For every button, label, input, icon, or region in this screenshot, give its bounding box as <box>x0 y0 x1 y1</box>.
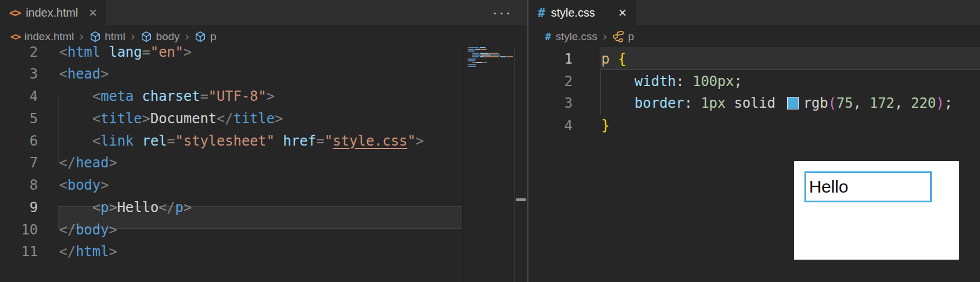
code-line-7: 7</head> <box>0 152 527 174</box>
code-line-4: 4} <box>528 115 980 137</box>
minimap-border <box>462 48 463 282</box>
css-file-icon: # <box>538 6 545 20</box>
line-number: 11 <box>0 244 38 260</box>
code-line-8: 8<body> <box>0 174 527 197</box>
minimap[interactable] <box>468 46 513 70</box>
breadcrumb-item-p[interactable]: p <box>613 30 635 43</box>
line-number: 5 <box>0 111 38 127</box>
indent-guide <box>58 96 59 163</box>
vscode-window: <> index.html ✕ ··· <>index.html›html›bo… <box>0 0 980 282</box>
indent-guide <box>600 70 601 115</box>
color-swatch[interactable] <box>787 97 799 109</box>
html-file-icon: <> <box>9 6 20 19</box>
tab-label: index.html <box>26 6 78 19</box>
editor-group-left: <> index.html ✕ ··· <>index.html›html›bo… <box>0 0 527 282</box>
minimap-line <box>468 65 513 67</box>
code-area-index-html[interactable]: 2<html lang="en">3<head>4 <meta charset=… <box>0 41 527 263</box>
current-line-highlight <box>58 206 462 229</box>
code-line-3: 3<head> <box>0 63 527 85</box>
code-line-6: 6 <link rel="stylesheet" href="style.css… <box>0 130 527 152</box>
scroll-position-indicator <box>516 198 526 201</box>
close-icon[interactable]: ✕ <box>79 6 98 19</box>
line-number: 1 <box>528 51 573 67</box>
tab-index-html[interactable]: <> index.html ✕ <box>0 0 106 25</box>
code-text: border: 1px solid rgb(75, 172, 220); <box>601 95 952 111</box>
code-line-2: 2 width: 100px; <box>528 70 980 92</box>
breadcrumb-label: p <box>628 30 635 43</box>
css-rule-icon <box>613 31 624 42</box>
code-text: } <box>601 117 609 134</box>
preview-paragraph: Hello <box>804 171 932 202</box>
indent-guide <box>58 206 59 229</box>
line-number: 4 <box>528 117 573 134</box>
code-line-3: 3 border: 1px solid rgb(75, 172, 220); <box>528 92 980 115</box>
code-line-2: 2<html lang="en"> <box>0 41 527 63</box>
browser-preview: Hello <box>794 161 959 260</box>
line-number: 10 <box>0 222 38 238</box>
line-number: 3 <box>0 66 38 82</box>
tabbar-left: <> index.html ✕ ··· <box>0 0 527 25</box>
more-actions-icon[interactable]: ··· <box>492 0 512 25</box>
line-number: 8 <box>0 177 38 193</box>
line-number: 2 <box>528 73 573 89</box>
code-text: <title>Document</title> <box>59 111 283 127</box>
code-text: width: 100px; <box>601 73 742 89</box>
code-text: <head> <box>59 66 109 82</box>
line-number: 7 <box>0 155 38 171</box>
line-number: 4 <box>0 88 38 104</box>
code-text: </head> <box>59 155 117 171</box>
breadcrumb-item-style.css[interactable]: #style.css <box>545 30 597 43</box>
line-number: 3 <box>528 95 573 111</box>
line-number: 2 <box>0 44 38 60</box>
css-file-icon: # <box>545 31 551 42</box>
code-text: p { <box>601 51 626 67</box>
breadcrumb-label: style.css <box>555 30 597 43</box>
code-text: <link rel="stylesheet" href="style.css"> <box>59 133 424 149</box>
code-text: </html> <box>59 244 117 260</box>
code-line-11: 11</html> <box>0 241 527 263</box>
code-area-style-css[interactable]: 1p {2 width: 100px;3 border: 1px solid r… <box>528 48 980 137</box>
close-icon[interactable]: ✕ <box>609 6 627 19</box>
tabbar-right: # style.css ✕ <box>528 0 980 25</box>
tab-label: style.css <box>551 6 595 19</box>
code-text: <meta charset="UTF-8"> <box>59 88 275 104</box>
line-number: 6 <box>0 133 38 149</box>
code-line-1: 1p { <box>528 48 980 70</box>
breadcrumb-separator: › <box>602 30 607 44</box>
overview-ruler <box>514 48 527 282</box>
breadcrumb-right: #style.css›p <box>528 25 980 48</box>
code-line-5: 5 <title>Document</title> <box>0 107 527 130</box>
code-text: <body> <box>59 177 109 193</box>
code-text: <html lang="en"> <box>59 44 192 60</box>
preview-text: Hello <box>809 177 848 197</box>
tab-style-css[interactable]: # style.css ✕ <box>528 0 636 25</box>
code-line-4: 4 <meta charset="UTF-8"> <box>0 85 527 108</box>
line-number: 9 <box>0 199 38 216</box>
